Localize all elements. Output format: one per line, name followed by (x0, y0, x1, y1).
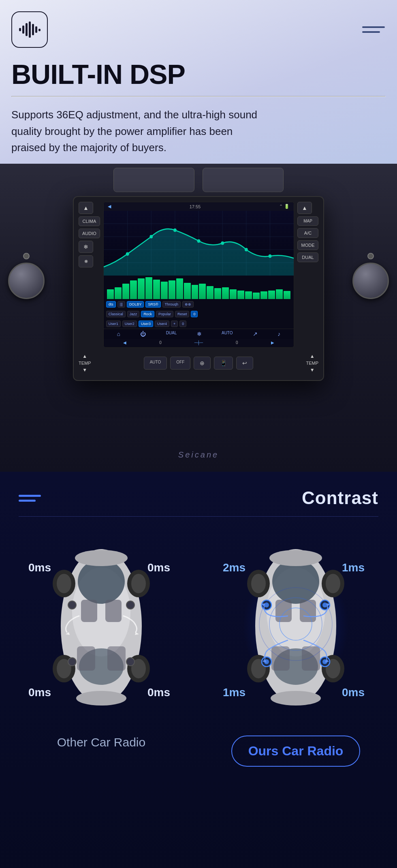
dual-btn[interactable]: DUAL (297, 252, 318, 262)
through-tag[interactable]: Throuqh (162, 301, 181, 308)
spec-bar-6 (145, 277, 152, 299)
our-ms-top-right: 1ms (342, 561, 365, 574)
svg-point-18 (126, 252, 129, 256)
spec-bar-10 (176, 278, 183, 299)
hero-description: Supports 36EQ adjustment, and the ultra-… (0, 107, 275, 156)
defrost-btn[interactable]: ⊕ (194, 357, 211, 370)
user1-tag[interactable]: User1 (106, 321, 121, 327)
spec-bar-3 (122, 284, 129, 299)
left-vent (113, 168, 194, 192)
snowflake-nav[interactable]: ❄ (197, 331, 202, 337)
contrast-section: Contrast 0ms 0ms 0ms 0ms (0, 472, 397, 868)
controls-row-1: dts ||| DOLBY SRS® Throuqh ⊕⊕ (104, 300, 294, 309)
spec-bar-23 (276, 289, 283, 299)
slider-arrow-left[interactable]: ◀ (123, 340, 126, 345)
cars-comparison: 0ms 0ms 0ms 0ms (0, 537, 397, 715)
mode-btn[interactable]: MODE (297, 240, 318, 250)
arrow-nav[interactable]: ↗ (253, 331, 258, 337)
triangle-btn[interactable]: ▲ (79, 202, 93, 214)
auto-nav[interactable]: AUTO (222, 331, 233, 337)
dolby-tag[interactable]: DOLBY (127, 301, 144, 308)
car-label-area: Other Car Radio Ours Car Radio (0, 735, 397, 767)
left-vol-knob[interactable] (8, 263, 45, 299)
fan2-btn[interactable]: ❋ (79, 255, 93, 267)
right-controls: ▲ MAP A/C MODE DUAL (297, 202, 318, 262)
right-vol-knob[interactable] (352, 263, 389, 299)
our-ms-bottom-left: 1ms (223, 686, 245, 699)
power-nav[interactable]: ⏻ (140, 331, 146, 337)
spec-bar-12 (192, 285, 198, 299)
audio-btn[interactable]: AUDIO (79, 229, 100, 238)
contrast-icon-line2 (19, 500, 36, 502)
slider-arrow-right[interactable]: ▶ (271, 340, 274, 345)
spec-bar-18 (237, 291, 244, 299)
phone-btn[interactable]: 📱 (214, 357, 233, 370)
right-temp-up[interactable]: ▲ (310, 353, 315, 359)
home-nav[interactable]: ⌂ (117, 331, 120, 337)
jazz-tag[interactable]: Jazz (127, 311, 140, 317)
svg-rect-4 (32, 24, 34, 35)
left-temp-up[interactable]: ▲ (82, 353, 87, 359)
menu-button[interactable] (362, 26, 385, 33)
plus-tag[interactable]: ⊕⊕ (182, 301, 194, 308)
svg-point-22 (221, 242, 224, 245)
spectrum-bars (104, 276, 294, 300)
reset-tag[interactable]: Reset (175, 311, 190, 317)
slider-row: ◀ 0 ─┼─ 0 ▶ (104, 339, 294, 346)
right-temp-down[interactable]: ▼ (310, 367, 315, 373)
auto-btn[interactable]: AUTO (144, 357, 167, 370)
svg-rect-62 (275, 600, 292, 622)
map-btn[interactable]: MAP (297, 216, 318, 226)
other-ms-bottom-left: 0ms (28, 686, 51, 699)
spec-bar-9 (169, 280, 175, 299)
dashboard-vents (40, 164, 357, 200)
other-car-label-text: Other Car Radio (57, 735, 145, 749)
left-temp-down[interactable]: ▼ (82, 367, 87, 373)
controls-row-2: Classical Jazz Rock Popular Reset 0 (104, 309, 294, 319)
music-nav[interactable]: ♪ (277, 331, 280, 337)
logo (11, 11, 48, 48)
user2-tag[interactable]: User2 (122, 321, 137, 327)
triangle-right-btn[interactable]: ▲ (297, 202, 312, 214)
user4-tag[interactable]: User4 (155, 321, 169, 327)
spec-bar-5 (138, 278, 145, 299)
spec-bar-21 (260, 291, 267, 299)
page-title: BUILT-IN DSP (11, 60, 385, 89)
other-car-item: 0ms 0ms 0ms 0ms (8, 537, 194, 715)
popular-tag[interactable]: Popular (156, 311, 173, 317)
spec-bar-20 (253, 293, 260, 299)
off-btn[interactable]: OFF (170, 357, 190, 370)
svg-point-52 (269, 550, 322, 566)
classical-tag[interactable]: Classical (106, 311, 126, 317)
svg-point-32 (57, 574, 71, 593)
our-car-label-button[interactable]: Ours Car Radio (231, 735, 361, 767)
rock-tag[interactable]: Rock (141, 311, 154, 317)
svg-point-46 (126, 658, 134, 666)
controls-row-3: User1 User2 User3 User4 + 0 (104, 319, 294, 329)
spec-bar-8 (161, 282, 168, 299)
clima-btn[interactable]: CLIMA (79, 216, 100, 226)
dts-tag[interactable]: dts (106, 301, 116, 308)
right-knob-area (352, 253, 389, 299)
svg-point-30 (76, 691, 126, 706)
spec-bar-17 (230, 289, 237, 299)
our-ms-bottom-right: 0ms (342, 686, 365, 699)
our-ms-top-left: 2ms (223, 561, 245, 574)
svg-rect-42 (107, 646, 126, 671)
dolby-icon-tag[interactable]: ||| (117, 301, 125, 308)
status-icons: ⌃ 🔋 (279, 204, 290, 209)
zero-tag[interactable]: 0 (191, 311, 198, 317)
zero2-tag[interactable]: 0 (179, 321, 186, 327)
back-arrow[interactable]: ◀ (108, 204, 111, 209)
fan-btn[interactable]: ❄ (79, 241, 93, 253)
ac-btn[interactable]: A/C (297, 228, 318, 238)
dual-nav[interactable]: DUAL (166, 331, 177, 337)
slider-val-1: 0 (159, 340, 162, 345)
user3-tag[interactable]: User3 (139, 321, 153, 327)
svg-point-45 (68, 658, 76, 666)
car-radio-image: ▲ CLIMA AUDIO ❄ ❋ ◀ 17:55 ⌃ 🔋 (0, 164, 397, 472)
spec-bar-14 (207, 286, 213, 299)
srs-tag[interactable]: SRS® (145, 301, 160, 308)
back-btn[interactable]: ↩ (236, 357, 253, 370)
add-tag[interactable]: + (171, 321, 178, 327)
